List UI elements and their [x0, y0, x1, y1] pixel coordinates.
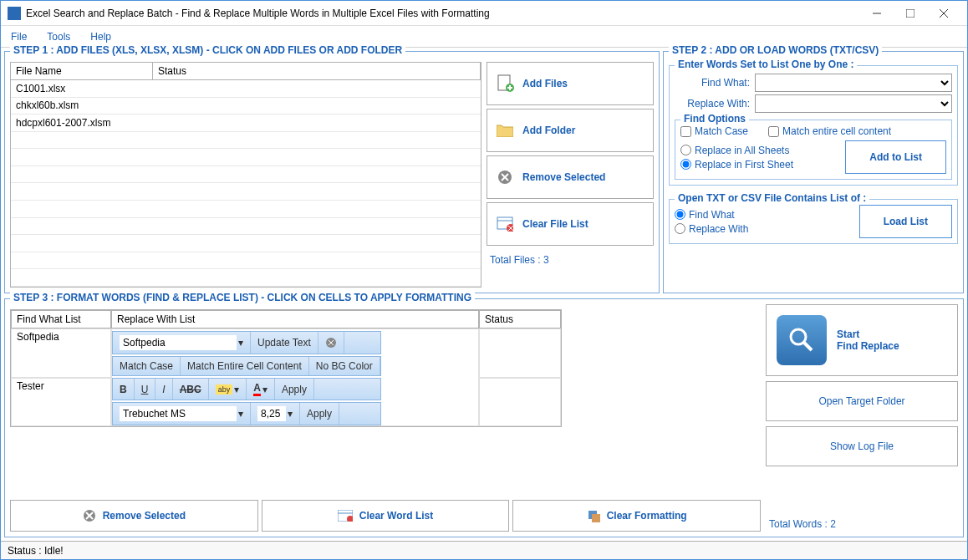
statusbar: Status : Idle! [1, 541, 967, 560]
open-find-what-radio[interactable]: Find What [675, 209, 859, 221]
step1-title: STEP 1 : ADD FILES (XLS, XLSX, XLSM) - C… [10, 44, 405, 56]
col-find-what[interactable]: Find What List [11, 310, 111, 328]
fmt-no-bg[interactable]: No BG Color [309, 357, 380, 375]
show-log-file-button[interactable]: Show Log File [766, 426, 958, 466]
folder-icon [496, 121, 514, 140]
apply-font-button[interactable]: Apply [300, 403, 339, 425]
remove-icon [496, 168, 514, 186]
clear-word-list-button[interactable]: Clear Word List [262, 500, 510, 532]
add-files-button[interactable]: Add Files [487, 62, 654, 105]
replace-first-radio[interactable]: Replace in First Sheet [680, 159, 845, 171]
match-entire-check[interactable]: Match entire cell content [768, 125, 891, 137]
menu-file[interactable]: File [11, 31, 27, 43]
format-table[interactable]: Find What List Replace With List Status … [10, 309, 562, 427]
col-status[interactable]: Status [153, 63, 481, 80]
step2-panel: STEP 2 : ADD OR LOAD WORDS (TXT/CSV) Ent… [663, 51, 964, 293]
find-options-title: Find Options [680, 113, 749, 125]
svg-point-27 [791, 329, 806, 344]
open-target-folder-button[interactable]: Open Target Folder [766, 381, 958, 421]
open-txt-title: Open TXT or CSV File Contains List of : [675, 192, 869, 204]
table-row[interactable]: C1001.xlsx [11, 80, 481, 98]
col-replace-with[interactable]: Replace With List [111, 310, 479, 328]
table-row[interactable]: chkxl60b.xlsm [11, 98, 481, 115]
format-icon [587, 509, 600, 522]
font-color-button[interactable]: A▾ [247, 379, 275, 400]
replace-all-radio[interactable]: Replace in All Sheets [680, 145, 845, 156]
svg-rect-1 [906, 9, 915, 18]
font-select[interactable]: ▾ [113, 403, 251, 425]
apply-fmt-button[interactable]: Apply [275, 379, 314, 400]
fmt-match-case[interactable]: Match Case [113, 357, 181, 375]
table-row[interactable]: Softpedia ▾ Update Text Match Case [11, 328, 561, 378]
maximize-button[interactable] [894, 3, 927, 23]
clear-file-list-button[interactable]: Clear File List [487, 202, 654, 246]
total-words: Total Words : 2 [766, 513, 958, 532]
col-status3[interactable]: Status [479, 310, 561, 328]
add-folder-button[interactable]: Add Folder [487, 109, 654, 152]
find-what-combo[interactable] [755, 74, 952, 92]
add-files-icon [496, 74, 514, 93]
search-icon [777, 315, 827, 365]
minimize-button[interactable] [860, 3, 894, 23]
clear-list-icon [496, 215, 514, 233]
bold-button[interactable]: B [113, 379, 135, 400]
start-find-replace-button[interactable]: StartFind Replace [766, 304, 958, 376]
load-list-button[interactable]: Load List [859, 205, 952, 238]
find-what-label: Find What: [675, 77, 750, 89]
remove-selected-button[interactable]: Remove Selected [487, 155, 654, 199]
clear-formatting-button[interactable]: Clear Formatting [512, 500, 761, 532]
underline-button[interactable]: U [135, 379, 156, 400]
replace-with-label: Replace With: [675, 98, 750, 109]
menu-tools[interactable]: Tools [47, 31, 70, 43]
replace-with-combo[interactable] [755, 94, 952, 113]
close-button[interactable] [927, 3, 960, 23]
open-replace-with-radio[interactable]: Replace With [675, 223, 859, 235]
step3-panel: STEP 3 : FORMAT WORDS (FIND & REPLACE LI… [4, 298, 964, 537]
strike-button[interactable]: ABC [173, 379, 209, 400]
file-table[interactable]: File Name Status C1001.xlsx chkxl60b.xls… [10, 62, 481, 288]
font-size-select[interactable]: ▾ [251, 403, 300, 425]
step2-title: STEP 2 : ADD OR LOAD WORDS (TXT/CSV) [669, 44, 882, 56]
cancel-icon[interactable] [318, 332, 344, 354]
enter-words-title: Enter Words Set to List One by One : [675, 59, 857, 70]
col-filename[interactable]: File Name [11, 63, 153, 80]
total-files: Total Files : 3 [487, 249, 654, 267]
add-to-list-button[interactable]: Add to List [845, 140, 946, 174]
titlebar: Excel Search and Replace Batch - Find & … [1, 1, 967, 26]
app-icon [8, 7, 21, 20]
italic-button[interactable]: I [155, 379, 172, 400]
list-icon [338, 510, 353, 522]
replace-text-input[interactable]: ▾ [113, 332, 251, 354]
table-row[interactable]: hdcpxl601-2007.xlsm [11, 115, 481, 132]
fmt-match-entire[interactable]: Match Entire Cell Content [181, 357, 309, 375]
menu-help[interactable]: Help [90, 31, 111, 43]
step1-panel: STEP 1 : ADD FILES (XLS, XLSX, XLSM) - C… [4, 51, 660, 293]
highlight-button[interactable]: aby▾ [209, 379, 247, 400]
step3-title: STEP 3 : FORMAT WORDS (FIND & REPLACE LI… [10, 292, 475, 303]
window-title: Excel Search and Replace Batch - Find & … [26, 8, 860, 19]
svg-rect-26 [592, 514, 600, 522]
svg-line-28 [804, 343, 812, 350]
update-text-button[interactable]: Update Text [251, 332, 318, 354]
remove-icon [83, 509, 96, 522]
remove-selected-word-button[interactable]: Remove Selected [10, 500, 258, 532]
match-case-check[interactable]: Match Case [680, 125, 748, 137]
